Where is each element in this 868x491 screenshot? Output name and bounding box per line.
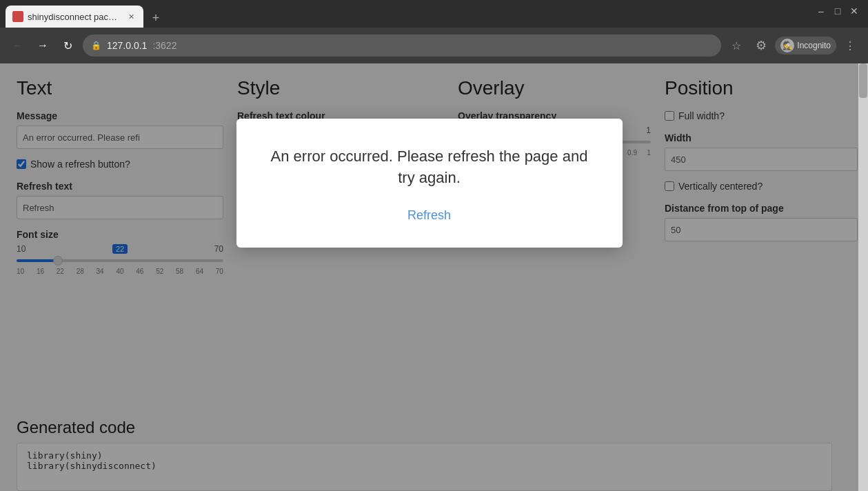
browser-menu-button[interactable]: ⋮: [840, 36, 860, 55]
maximize-button[interactable]: □: [832, 6, 843, 17]
address-bar[interactable]: 🔒 127.0.0.1:3622: [83, 34, 721, 57]
browser-chrome: – □ ✕ shinydisconnect package 0.1 ✕ + ← …: [0, 0, 868, 63]
forward-button[interactable]: →: [33, 36, 52, 55]
modal-message: An error occurred. Please refresh the pa…: [264, 146, 595, 189]
back-button[interactable]: ←: [8, 36, 28, 55]
lock-icon: 🔒: [91, 41, 101, 50]
modal-dialog: An error occurred. Please refresh the pa…: [236, 119, 623, 248]
minimize-button[interactable]: –: [816, 6, 827, 17]
tab-title: shinydisconnect package 0.1: [28, 12, 121, 22]
incognito-icon: 🕵: [780, 39, 794, 52]
modal-overlay: An error occurred. Please refresh the pa…: [0, 63, 858, 491]
bookmark-button[interactable]: ☆: [727, 36, 746, 55]
incognito-label: Incognito: [797, 41, 831, 50]
browser-controls: ← → ↻ 🔒 127.0.0.1:3622 ☆ ⚙ 🕵 Incognito ⋮: [0, 28, 868, 63]
close-button[interactable]: ✕: [849, 6, 860, 17]
active-tab[interactable]: shinydisconnect package 0.1 ✕: [6, 6, 143, 28]
address-text: 127.0.0.1: [107, 40, 147, 51]
scrollbar-thumb[interactable]: [859, 63, 867, 98]
tab-favicon: [12, 11, 23, 22]
extensions-button[interactable]: ⚙: [751, 36, 771, 55]
page-content: Text Message Show a refresh button? Refr…: [0, 63, 858, 491]
reload-button[interactable]: ↻: [58, 36, 77, 55]
incognito-badge: 🕵 Incognito: [775, 37, 836, 54]
modal-refresh-button[interactable]: Refresh: [402, 206, 456, 226]
tab-close-button[interactable]: ✕: [125, 11, 137, 22]
extensions-area: ⚙ 🕵 Incognito ⋮: [751, 36, 860, 55]
page-scrollbar[interactable]: [858, 63, 868, 491]
window-controls: – □ ✕: [816, 6, 860, 17]
new-tab-button[interactable]: +: [146, 8, 165, 28]
tab-bar: shinydisconnect package 0.1 ✕ +: [0, 0, 868, 28]
address-port: :3622: [152, 40, 176, 51]
